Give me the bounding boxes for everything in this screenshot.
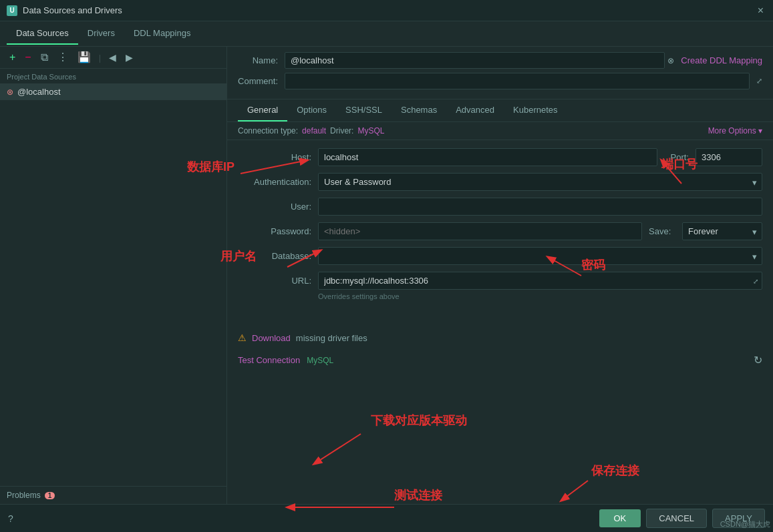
- window-title: Data Sources and Drivers: [23, 5, 122, 15]
- connection-type-label: Connection type:: [238, 126, 298, 136]
- add-button[interactable]: +: [7, 51, 18, 64]
- auth-row: Authentication: User & Password No auth …: [238, 173, 762, 191]
- warning-icon: ⚠: [238, 332, 247, 343]
- comment-input[interactable]: [285, 73, 750, 89]
- ok-button[interactable]: OK: [599, 509, 641, 527]
- expand-comment-button[interactable]: ⤢: [756, 77, 762, 85]
- sidebar-section-label: Project Data Sources: [0, 69, 226, 83]
- driver-label: Driver:: [330, 126, 353, 136]
- app-icon: U: [7, 5, 17, 16]
- password-input[interactable]: [318, 222, 642, 240]
- sub-tab-options[interactable]: Options: [287, 99, 336, 121]
- watermark: CSDN@猫大虎: [720, 519, 770, 529]
- refresh-button[interactable]: ↻: [754, 354, 762, 366]
- auth-select-wrapper: User & Password No auth Password Credent…: [318, 173, 762, 191]
- password-row: Password: Save: Forever Until restart Ne…: [238, 222, 762, 240]
- back-button[interactable]: ◀: [106, 51, 119, 64]
- auth-label: Authentication:: [238, 177, 311, 187]
- sub-tab-kubernetes[interactable]: Kubernetes: [504, 99, 567, 121]
- host-label: Host:: [238, 152, 311, 162]
- copy-button[interactable]: ⧉: [38, 51, 51, 64]
- save-select[interactable]: Forever Until restart Never: [682, 222, 762, 240]
- more-button[interactable]: ⋮: [55, 51, 71, 64]
- more-options-button[interactable]: More Options ▾: [708, 126, 762, 136]
- tab-ddl-mappings[interactable]: DDL Mappings: [124, 23, 200, 45]
- driver-warning: ⚠ Download missing driver files: [238, 327, 762, 348]
- sub-tab-schemas[interactable]: Schemas: [392, 99, 446, 121]
- sidebar: + − ⧉ ⋮ 💾 | ◀ ▶ Project Data Sources ⊛ @…: [0, 47, 227, 504]
- remove-button[interactable]: −: [22, 51, 33, 64]
- host-row: Host: Port:: [238, 148, 762, 166]
- content-header: Name: ⊗ Create DDL Mapping Comment: ⤢: [227, 47, 773, 99]
- database-row: Database:: [238, 247, 762, 265]
- warning-text: missing driver files: [296, 333, 367, 343]
- problems-badge: 1: [45, 492, 55, 499]
- save-label: Save:: [649, 226, 675, 236]
- close-button[interactable]: ×: [755, 2, 766, 19]
- tab-drivers[interactable]: Drivers: [78, 23, 124, 45]
- port-label: Port:: [671, 152, 689, 162]
- connection-type-value: default: [302, 126, 326, 136]
- help-button[interactable]: ?: [8, 513, 13, 524]
- port-input[interactable]: [695, 148, 762, 166]
- url-input-wrapper: ⤢: [318, 272, 762, 290]
- database-select[interactable]: [318, 247, 762, 265]
- url-input[interactable]: [318, 272, 762, 290]
- main-tab-bar: Data Sources Drivers DDL Mappings: [0, 21, 773, 47]
- main-layout: + − ⧉ ⋮ 💾 | ◀ ▶ Project Data Sources ⊛ @…: [0, 47, 773, 504]
- driver-value: MySQL: [357, 126, 384, 136]
- test-row: Test Connection MySQL ↻: [238, 348, 762, 372]
- form-area: Host: Port: Authentication: User & Passw…: [227, 140, 773, 504]
- url-label: URL:: [238, 276, 311, 286]
- sidebar-item-localhost[interactable]: ⊛ @localhost: [0, 83, 226, 100]
- save-select-wrapper: Forever Until restart Never: [682, 222, 762, 240]
- title-bar: U Data Sources and Drivers ×: [0, 0, 773, 21]
- host-input[interactable]: [318, 148, 657, 166]
- problems-bar: Problems 1: [0, 486, 226, 504]
- name-input[interactable]: [285, 52, 665, 69]
- connection-info-bar: Connection type: default Driver: MySQL M…: [227, 122, 773, 140]
- bottom-bar: ? OK CANCEL APPLY: [0, 504, 773, 532]
- sidebar-toolbar: + − ⧉ ⋮ 💾 | ◀ ▶: [0, 47, 226, 69]
- url-hint: Overrides settings above: [318, 292, 762, 300]
- datasource-icon: ⊛: [7, 87, 13, 97]
- password-label: Password:: [238, 226, 311, 236]
- url-expand-button[interactable]: ⤢: [753, 277, 758, 284]
- sub-tab-advanced[interactable]: Advanced: [446, 99, 504, 121]
- user-input[interactable]: [318, 198, 762, 216]
- sub-tab-general[interactable]: General: [238, 99, 287, 121]
- sub-tab-bar: General Options SSH/SSL Schemas Advanced…: [227, 99, 773, 122]
- url-row: URL: ⤢: [238, 272, 762, 290]
- auth-select[interactable]: User & Password No auth Password Credent…: [318, 173, 762, 191]
- database-label: Database:: [238, 251, 311, 261]
- cancel-button[interactable]: CANCEL: [646, 509, 707, 528]
- content-area: Name: ⊗ Create DDL Mapping Comment: ⤢ Ge…: [227, 47, 773, 504]
- user-label: User:: [238, 202, 311, 212]
- user-row: User:: [238, 198, 762, 216]
- comment-label: Comment:: [238, 76, 278, 86]
- database-select-wrapper: [318, 247, 762, 265]
- name-label: Name:: [238, 55, 278, 65]
- download-link[interactable]: Download: [252, 333, 291, 343]
- sidebar-item-label: @localhost: [17, 87, 61, 97]
- forward-button[interactable]: ▶: [123, 51, 136, 64]
- test-driver-value: MySQL: [307, 356, 333, 365]
- tab-data-sources[interactable]: Data Sources: [7, 23, 78, 45]
- problems-label: Problems: [7, 491, 41, 500]
- save-button[interactable]: 💾: [75, 51, 94, 64]
- test-connection-button[interactable]: Test Connection: [238, 355, 300, 365]
- sub-tab-ssh-ssl[interactable]: SSH/SSL: [336, 99, 392, 121]
- create-ddl-link[interactable]: Create DDL Mapping: [681, 55, 762, 65]
- name-clear-button[interactable]: ⊗: [667, 56, 674, 65]
